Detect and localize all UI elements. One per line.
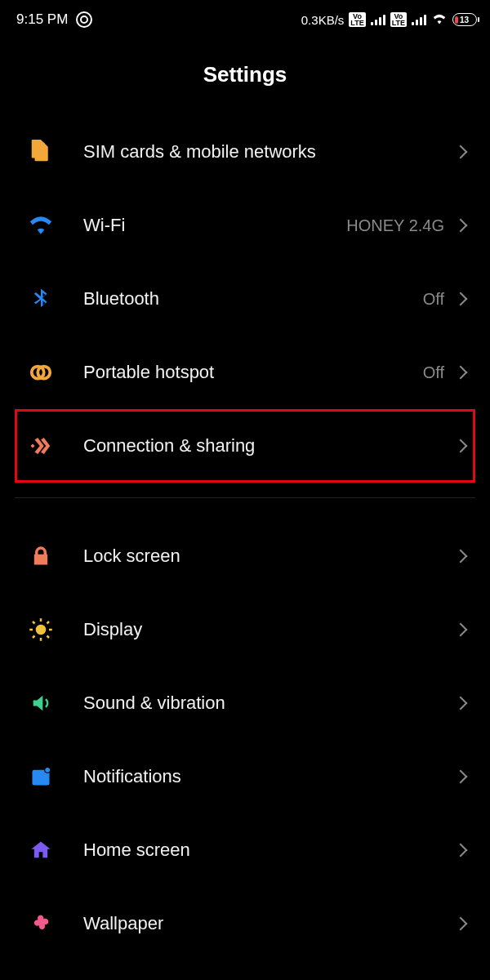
svg-line-7 [33, 621, 35, 624]
notifications-item[interactable]: Notifications [15, 740, 475, 813]
hotspot-item[interactable]: Portable hotspot Off [15, 336, 475, 409]
chevron-right-icon [454, 844, 468, 858]
volte-icon-1: VoLTE [349, 12, 365, 27]
lock-screen-item[interactable]: Lock screen [15, 519, 475, 593]
wallpaper-item[interactable]: Wallpaper [15, 887, 475, 960]
clock: 9:15 PM [16, 11, 68, 28]
item-label: Display [83, 619, 456, 640]
music-disc-icon [76, 11, 92, 28]
svg-line-10 [47, 621, 50, 624]
item-label: Wallpaper [83, 913, 456, 934]
wifi-icon [26, 211, 56, 240]
svg-point-2 [36, 625, 47, 635]
bluetooth-item[interactable]: Bluetooth Off [15, 262, 475, 336]
volte-icon-2: VoLTE [390, 12, 407, 27]
status-bar: 9:15 PM 0.3KB/s VoLTE VoLTE 13 [0, 0, 490, 39]
svg-line-8 [47, 636, 50, 639]
item-status: Off [423, 363, 444, 382]
signal-icon-1 [371, 14, 385, 25]
item-label: Connection & sharing [83, 435, 456, 457]
home-screen-item[interactable]: Home screen [15, 813, 475, 887]
divider [15, 497, 475, 498]
chevron-right-icon [454, 219, 468, 233]
battery-icon: 13 [452, 13, 477, 26]
home-icon [26, 835, 56, 865]
settings-list: SIM cards & mobile networks Wi-Fi HONEY … [0, 115, 490, 960]
chevron-right-icon [454, 145, 468, 159]
item-label: Portable hotspot [83, 362, 423, 383]
bluetooth-icon [26, 284, 56, 314]
chevron-right-icon [454, 623, 468, 637]
svg-point-12 [45, 767, 51, 773]
notifications-icon [26, 762, 56, 791]
item-status: Off [423, 290, 444, 309]
connection-icon [26, 431, 56, 461]
hotspot-icon [26, 358, 56, 387]
item-label: SIM cards & mobile networks [83, 141, 456, 163]
item-label: Wi-Fi [83, 215, 346, 236]
chevron-right-icon [454, 292, 468, 306]
chevron-right-icon [454, 439, 468, 453]
speaker-icon [26, 688, 56, 718]
item-label: Sound & vibration [83, 693, 456, 714]
chevron-right-icon [454, 917, 468, 931]
item-label: Bluetooth [83, 288, 423, 310]
chevron-right-icon [454, 550, 468, 564]
page-title: Settings [0, 39, 490, 115]
sim-cards-item[interactable]: SIM cards & mobile networks [15, 115, 475, 189]
chevron-right-icon [454, 697, 468, 710]
sim-icon [26, 137, 56, 167]
signal-icon-2 [412, 14, 426, 25]
display-item[interactable]: Display [15, 593, 475, 666]
svg-line-9 [33, 636, 35, 639]
chevron-right-icon [454, 366, 468, 380]
sun-icon [26, 615, 56, 644]
item-label: Lock screen [83, 546, 456, 567]
sound-item[interactable]: Sound & vibration [15, 666, 475, 740]
wifi-status-icon [431, 11, 448, 29]
net-speed: 0.3KB/s [301, 13, 345, 27]
item-status: HONEY 2.4G [346, 216, 444, 235]
wifi-item[interactable]: Wi-Fi HONEY 2.4G [15, 189, 475, 262]
item-label: Notifications [83, 766, 456, 787]
item-label: Home screen [83, 840, 456, 861]
connection-sharing-item[interactable]: Connection & sharing [15, 409, 475, 483]
flower-icon [26, 909, 56, 938]
chevron-right-icon [454, 770, 468, 784]
lock-icon [26, 541, 56, 571]
